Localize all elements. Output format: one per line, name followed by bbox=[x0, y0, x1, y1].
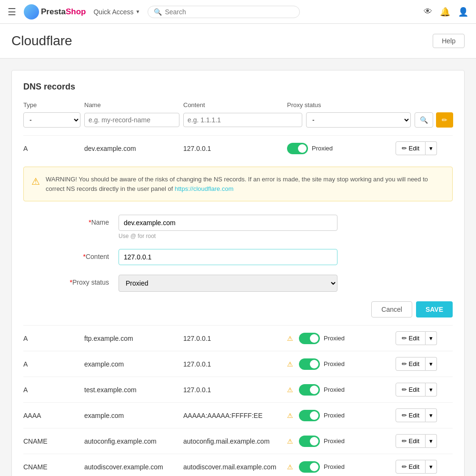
filter-proxy-select[interactable]: - ProxiedDNS only bbox=[306, 112, 411, 128]
logo-text: PrestaShop bbox=[41, 7, 86, 17]
col-type: Type bbox=[23, 101, 80, 109]
bell-icon[interactable]: 🔔 bbox=[440, 7, 450, 17]
warning-icon: ⚠ bbox=[31, 176, 40, 187]
warning-icon-sm: ⚠ bbox=[287, 335, 293, 342]
proxied-label: Proxied bbox=[312, 145, 333, 152]
proxy-field-label: *Proxy status bbox=[23, 275, 119, 286]
proxy-cell: ⚠ Proxied bbox=[287, 333, 392, 344]
proxy-cell: ⚠ Proxied bbox=[287, 410, 392, 421]
quick-access-menu[interactable]: Quick Access ▼ bbox=[93, 8, 140, 16]
edit-button-group: ✏ Edit ▾ bbox=[396, 460, 453, 474]
content-field-group: *Content bbox=[23, 249, 453, 265]
edit-button[interactable]: ✏ Edit bbox=[396, 331, 426, 345]
proxied-label: Proxied bbox=[324, 386, 345, 393]
table-row: A dev.example.com 127.0.0.1 Proxied ✏ Ed… bbox=[23, 135, 453, 161]
record-type: CNAME bbox=[23, 437, 80, 445]
quick-access-arrow: ▼ bbox=[136, 9, 140, 14]
table-header: Type Name Content Proxy status bbox=[23, 101, 453, 112]
warning-icon-sm: ⚠ bbox=[287, 360, 293, 368]
proxy-toggle[interactable] bbox=[299, 436, 320, 447]
proxy-cell: ⚠ Proxied bbox=[287, 384, 392, 396]
proxied-label: Proxied bbox=[324, 463, 345, 470]
name-field[interactable] bbox=[119, 215, 337, 231]
edit-button[interactable]: ✏ Edit bbox=[396, 141, 426, 155]
proxy-cell: ⚠ Proxied bbox=[287, 461, 392, 473]
topnav: ☰ PrestaShop Quick Access ▼ 🔍 👁 🔔 👤 bbox=[0, 0, 476, 24]
topnav-right: 👁 🔔 👤 bbox=[424, 7, 468, 17]
edit-dropdown-button[interactable]: ▾ bbox=[426, 383, 437, 397]
edit-button[interactable]: ✏ Edit bbox=[396, 460, 426, 474]
filter-type-select[interactable]: - AAAAACNAME bbox=[23, 112, 80, 128]
proxy-toggle[interactable] bbox=[287, 143, 308, 154]
edit-dropdown-button[interactable]: ▾ bbox=[426, 408, 437, 422]
proxy-field-wrap: Proxied DNS only bbox=[119, 275, 337, 292]
form-actions: Cancel SAVE bbox=[23, 301, 453, 317]
col-content: Content bbox=[183, 101, 283, 109]
edit-dropdown-button[interactable]: ▾ bbox=[426, 357, 437, 371]
col-actions bbox=[396, 101, 453, 109]
record-type: AAAA bbox=[23, 412, 80, 419]
record-name: example.com bbox=[84, 360, 179, 368]
filter-search-button[interactable]: 🔍 bbox=[415, 112, 433, 128]
filter-row: - AAAAACNAME - ProxiedDNS only 🔍 ✏ bbox=[23, 112, 453, 128]
content-field[interactable] bbox=[119, 249, 337, 265]
edit-dropdown-button[interactable]: ▾ bbox=[426, 141, 437, 155]
edit-button[interactable]: ✏ Edit bbox=[396, 408, 426, 422]
edit-button-group: ✏ Edit ▾ bbox=[396, 434, 453, 448]
record-content: autoconfig.mail.example.com bbox=[183, 437, 283, 445]
filter-name-input[interactable] bbox=[84, 113, 179, 127]
filter-content-input[interactable] bbox=[183, 113, 302, 127]
proxy-toggle[interactable] bbox=[299, 384, 320, 396]
record-content: 127.0.0.1 bbox=[183, 360, 283, 368]
proxy-toggle[interactable] bbox=[299, 461, 320, 473]
proxied-label: Proxied bbox=[324, 335, 345, 342]
name-field-group: *Name Use @ for root bbox=[23, 215, 453, 239]
record-type: A bbox=[23, 335, 80, 342]
help-button[interactable]: Help bbox=[433, 34, 465, 48]
edit-dropdown-button[interactable]: ▾ bbox=[426, 331, 437, 345]
record-content: 127.0.0.1 bbox=[183, 145, 283, 152]
warning-icon-sm: ⚠ bbox=[287, 386, 293, 394]
proxy-cell: ⚠ Proxied bbox=[287, 358, 392, 370]
record-name: dev.example.com bbox=[84, 145, 179, 152]
search-box: 🔍 bbox=[148, 6, 300, 18]
save-button[interactable]: SAVE bbox=[416, 301, 453, 317]
search-input[interactable] bbox=[165, 8, 294, 16]
table-row: CNAME autoconfig.example.com autoconfig.… bbox=[23, 428, 453, 454]
proxied-label: Proxied bbox=[324, 437, 345, 445]
hamburger-menu[interactable]: ☰ bbox=[8, 6, 16, 18]
proxy-status-select[interactable]: Proxied DNS only bbox=[119, 275, 337, 292]
record-name: ftp.example.com bbox=[84, 335, 179, 342]
name-hint: Use @ for root bbox=[119, 233, 337, 239]
edit-button[interactable]: ✏ Edit bbox=[396, 434, 426, 448]
user-icon[interactable]: 👤 bbox=[458, 7, 468, 17]
cloudflare-link[interactable]: https://cloudflare.com bbox=[175, 185, 234, 192]
proxied-label: Proxied bbox=[324, 360, 345, 367]
dns-records: A dev.example.com 127.0.0.1 Proxied ✏ Ed… bbox=[23, 135, 453, 476]
proxy-toggle[interactable] bbox=[299, 358, 320, 370]
search-icon: 🔍 bbox=[154, 8, 162, 16]
edit-dropdown-button[interactable]: ▾ bbox=[426, 434, 437, 448]
table-row: CNAME autodiscover.example.com autodisco… bbox=[23, 454, 453, 476]
warning-box: ⚠ WARNING! You should be aware of the ri… bbox=[23, 167, 453, 201]
content-field-wrap bbox=[119, 249, 337, 265]
warning-icon-sm: ⚠ bbox=[287, 412, 293, 419]
proxy-toggle[interactable] bbox=[299, 410, 320, 421]
filter-actions: 🔍 ✏ bbox=[415, 112, 453, 128]
proxy-toggle[interactable] bbox=[299, 333, 320, 344]
edit-dropdown-button[interactable]: ▾ bbox=[426, 460, 437, 474]
logo-presta: Presta bbox=[41, 7, 66, 16]
eye-icon[interactable]: 👁 bbox=[424, 7, 432, 17]
warning-message: WARNING! You should be aware of the risk… bbox=[46, 176, 428, 192]
record-type: A bbox=[23, 386, 80, 394]
table-row: A example.com 127.0.0.1 ⚠ Proxied ✏ Edit… bbox=[23, 351, 453, 377]
page-title: Cloudflare bbox=[11, 33, 72, 49]
filter-add-button[interactable]: ✏ bbox=[436, 112, 453, 128]
edit-button[interactable]: ✏ Edit bbox=[396, 357, 426, 371]
table-row: A ftp.example.com 127.0.0.1 ⚠ Proxied ✏ … bbox=[23, 325, 453, 351]
edit-button[interactable]: ✏ Edit bbox=[396, 383, 426, 397]
name-field-label: *Name bbox=[23, 215, 119, 226]
edit-button-group: ✏ Edit ▾ bbox=[396, 331, 453, 345]
cancel-button[interactable]: Cancel bbox=[371, 301, 412, 317]
col-proxy: Proxy status bbox=[287, 101, 392, 109]
